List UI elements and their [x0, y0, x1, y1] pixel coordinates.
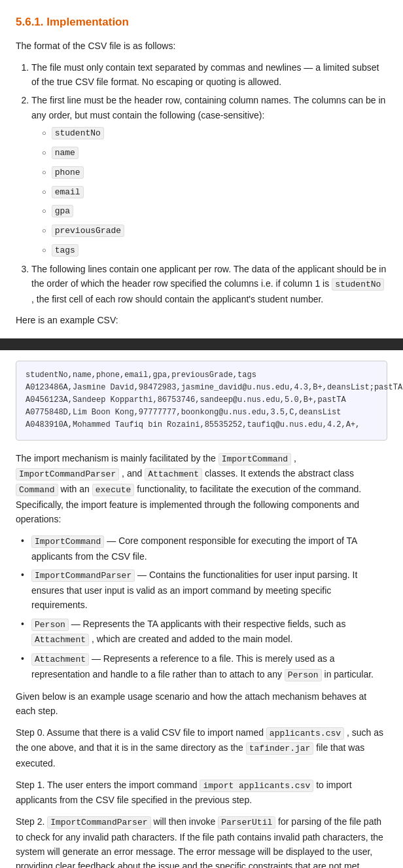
col-tags: tags — [42, 242, 387, 258]
given-below-text: Given below is an example usage scenario… — [16, 689, 387, 719]
command-code: Command — [16, 484, 58, 496]
col-previousGrade: previousGrade — [42, 223, 387, 238]
components-list: ImportCommand — Core component responsib… — [21, 533, 387, 683]
page-title: 5.6.1. Implementation — [16, 13, 387, 31]
execute-code: execute — [92, 484, 135, 496]
person-bullet-code2: Person — [285, 669, 322, 681]
attachment-bullet-code: Attachment — [31, 634, 89, 646]
applicants-csv-code: applicants.csv — [266, 727, 344, 740]
import-command-parser-bullet-code: ImportCommandParser — [31, 570, 135, 582]
attachment-bullet-code2: Attachment — [31, 653, 89, 666]
step1-text: Step 1. The user enters the import comma… — [16, 778, 387, 808]
bullet-import-command: ImportCommand — Core component responsib… — [21, 533, 387, 564]
step2-text: Step 2. ImportCommandParser will then in… — [16, 814, 387, 868]
rule-3: The following lines contain one applican… — [31, 262, 387, 307]
csv-example: studentNo,name,phone,email,gpa,previousG… — [16, 361, 387, 441]
import-cmd-code: import applicants.csv — [200, 780, 313, 792]
step0-text: Step 0. Assume that there is a valid CSV… — [16, 725, 387, 771]
bullet-import-command-parser: ImportCommandParser — Contains the funct… — [21, 568, 387, 613]
attachment-code: Attachment — [145, 468, 202, 480]
intro-text: The format of the CSV file is as follows… — [16, 39, 387, 53]
studentNo-inline: studentNo — [332, 278, 384, 291]
col-phone: phone — [42, 164, 387, 180]
dark-separator — [0, 338, 403, 350]
import-command-code: ImportCommand — [219, 453, 291, 465]
bullet-attachment: Attachment — Represents a reference to a… — [21, 651, 387, 683]
col-email: email — [42, 184, 387, 200]
col-gpa: gpa — [42, 203, 387, 219]
import-cmd-parser-step2-code: ImportCommandParser — [47, 816, 150, 829]
bullet-person: Person — Represents the TA applicants wi… — [21, 617, 387, 648]
rules-list: The file must only contain text separate… — [31, 60, 387, 307]
import-command-parser-code: ImportCommandParser — [16, 468, 119, 480]
example-label: Here is an example CSV: — [16, 313, 387, 327]
col-name: name — [42, 145, 387, 160]
tafinder-jar-code: tafinder.jar — [246, 742, 314, 755]
mechanism-paragraph: The import mechanism is mainly facilitat… — [16, 451, 387, 527]
rule-1: The file must only contain text separate… — [31, 60, 387, 90]
parser-util-code: ParserUtil — [218, 816, 275, 829]
rule-2: The first line must be the header row, c… — [31, 93, 387, 257]
person-bullet-code: Person — [31, 619, 69, 631]
col-studentNo: studentNo — [42, 125, 387, 141]
import-command-bullet-code: ImportCommand — [31, 535, 104, 548]
column-list: studentNo name phone email gpa previousG… — [42, 125, 387, 258]
